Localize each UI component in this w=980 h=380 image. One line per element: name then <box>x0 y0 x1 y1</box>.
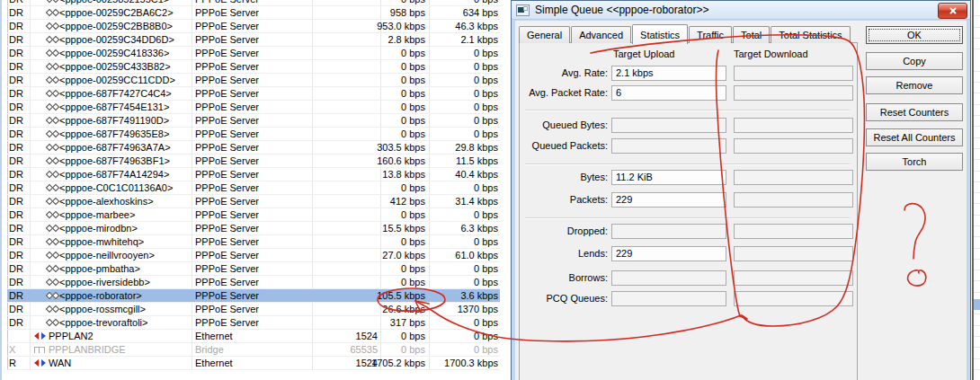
pppoe-icon <box>47 291 59 300</box>
interface-row[interactable]: DR<pppoe-alexhoskins>PPPoE Server412 bps… <box>7 195 500 208</box>
interface-type: PPPoE Server <box>195 60 298 73</box>
tx-rate-cell: 0 bps <box>356 47 425 59</box>
interface-row[interactable]: DR<pppoe-687F7454E131>PPPoE Server0 bps0… <box>7 101 500 114</box>
interface-row[interactable]: DR<pppoe-00259C433B82>PPPoE Server0 bps0… <box>7 60 500 74</box>
field-download-value[interactable] <box>734 291 853 306</box>
interface-row[interactable]: DR<pppoe-00259C2BA6C2>PPPoE Server958 bp… <box>7 6 500 20</box>
interface-row[interactable]: DR<pppoe-00259C2BB8B0>PPPoE Server953.0 … <box>7 20 500 33</box>
tx-rate-cell: 0 bps <box>356 74 425 86</box>
interface-row[interactable]: DR<pppoe-687F74A14294>PPPoE Server13.8 k… <box>7 168 500 181</box>
dialog-titlebar[interactable]: Simple Queue <<pppoe-roborator>> <box>512 1 970 20</box>
interface-type: PPPoE Server <box>195 208 298 221</box>
torch-button[interactable]: Torch <box>866 153 963 171</box>
dialog-title: Simple Queue <<pppoe-roborator>> <box>535 4 708 16</box>
interface-row[interactable]: DR<pppoe-687F7427C4C4>PPPoE Server0 bps0… <box>7 87 500 101</box>
tx-rate-cell: 1705.2 kbps <box>356 357 425 369</box>
interface-row[interactable]: PPPLAN2Ethernet15240 bps0 bps <box>7 330 500 343</box>
interface-row[interactable]: DR<pppoe-riversidebb>PPPoE Server0 bps0 … <box>7 276 500 289</box>
flag-cell: X <box>9 343 31 356</box>
field-upload-value[interactable] <box>611 291 726 306</box>
tab-total[interactable]: Total <box>733 26 770 43</box>
flag-cell: DR <box>9 60 31 73</box>
window-left-edge <box>0 0 2 380</box>
pppoe-icon <box>47 318 59 327</box>
reset-all-counters-button[interactable]: Reset All Counters <box>866 128 963 146</box>
field-upload-value[interactable]: 229 <box>611 246 726 261</box>
interface-row[interactable]: DR<pppoe-687F749635E8>PPPoE Server0 bps0… <box>7 128 500 141</box>
interface-type: PPPoE Server <box>195 222 298 234</box>
field-label: Avg. Rate: <box>520 67 608 79</box>
interface-row[interactable]: RWANEthernet15241705.2 kbps1700.3 kbps <box>7 357 500 370</box>
interface-type: PPPoE Server <box>195 262 298 275</box>
tx-rate-cell: 26.6 kbps <box>356 303 425 315</box>
interface-row[interactable]: DR<pppoe-00259C34DD6D>PPPoE Server2.8 kb… <box>7 33 500 47</box>
tx-rate-cell: 303.5 kbps <box>356 141 425 154</box>
field-download-value[interactable] <box>734 138 853 154</box>
interface-name: <pppoe-00259CC11CDD> <box>59 74 175 86</box>
interface-name: <pppoe-neillvrooyen> <box>59 249 155 261</box>
rx-rate-cell: 46.3 kbps <box>430 20 498 32</box>
tab-total-statistics[interactable]: Total Statistics <box>771 26 850 43</box>
field-download-value[interactable] <box>734 270 853 286</box>
ok-button[interactable]: OK <box>866 26 963 44</box>
interface-row[interactable]: DR<pppoe-00259C418336>PPPoE Server0 bps0… <box>7 47 500 60</box>
field-upload-value[interactable] <box>611 270 726 286</box>
copy-button[interactable]: Copy <box>866 52 963 70</box>
interface-row[interactable]: DR<pppoe-trevoraftoli>PPPoE Server317 bp… <box>7 316 500 330</box>
tab-advanced[interactable]: Advanced <box>571 26 631 43</box>
field-upload-value[interactable]: 2.1 kbps <box>611 66 726 81</box>
interface-row[interactable]: XPPPLANBRIDGEBridge655350 bps0 bps <box>7 343 500 357</box>
simple-queue-dialog: Simple Queue <<pppoe-roborator>> General… <box>511 0 971 380</box>
tx-rate-cell: 0 bps <box>356 87 425 100</box>
tab-statistics[interactable]: Statistics <box>632 24 688 44</box>
interface-type: Ethernet <box>195 357 298 369</box>
field-upload-value[interactable]: 229 <box>611 192 726 208</box>
interface-name: <pppoe-roborator> <box>59 289 142 302</box>
interface-row[interactable]: DR<pppoe-mwhitehq>PPPoE Server0 bps0 bps <box>7 235 500 249</box>
tab-traffic[interactable]: Traffic <box>689 26 732 43</box>
interface-row[interactable]: DR<pppoe-marbee>PPPoE Server0 bps0 bps <box>7 208 500 222</box>
field-download-value[interactable] <box>734 66 853 81</box>
interface-row[interactable]: DR<pppoe-neillvrooyen>PPPoE Server27.0 k… <box>7 249 500 262</box>
rx-rate-cell: 0 bps <box>430 343 498 356</box>
interface-type: PPPoE Server <box>195 87 298 100</box>
rx-rate-cell: 0 bps <box>430 181 498 194</box>
interface-row[interactable]: DR<pppoe-mirodbn>PPPoE Server15.5 kbps6.… <box>7 222 500 235</box>
background-window-edge <box>972 0 980 380</box>
pppoe-icon <box>47 264 59 273</box>
interface-row[interactable]: DR<pppoe-0025852155C1>PPPoE Server0 bps0… <box>7 0 500 6</box>
interface-row[interactable]: DR<pppoe-rossmcgill>PPPoE Server26.6 kbp… <box>7 303 500 316</box>
field-download-value[interactable] <box>734 170 853 185</box>
reset-counters-button[interactable]: Reset Counters <box>866 103 963 121</box>
field-upload-value[interactable] <box>611 118 726 133</box>
interface-row[interactable]: DR<pppoe-pmbatha>PPPoE Server0 bps0 bps <box>7 262 500 276</box>
field-upload-value[interactable] <box>611 138 726 154</box>
field-download-value[interactable] <box>734 85 853 101</box>
field-download-value[interactable] <box>734 192 853 208</box>
pppoe-icon <box>47 49 59 57</box>
remove-button[interactable]: Remove <box>866 76 963 94</box>
interface-row[interactable]: DR<pppoe-00259CC11CDD>PPPoE Server0 bps0… <box>7 74 500 87</box>
tab-general[interactable]: General <box>519 26 570 43</box>
interface-name: <pppoe-00259C2BA6C2> <box>59 6 174 19</box>
interface-row[interactable]: DR<pppoe-C0C1C01136A0>PPPoE Server0 bps0… <box>7 181 500 195</box>
interface-name: WAN <box>49 357 71 369</box>
field-upload-value[interactable]: 11.2 KiB <box>611 170 726 185</box>
interface-row[interactable]: DR<pppoe-roborator>PPPoE Server105.5 kbp… <box>7 289 500 303</box>
pppoe-icon <box>47 35 59 44</box>
interface-row[interactable]: DR<pppoe-687F74963BF1>PPPoE Server160.6 … <box>7 155 500 168</box>
field-upload-value[interactable]: 6 <box>611 85 726 101</box>
field-download-value[interactable] <box>734 224 853 239</box>
interface-row[interactable]: DR<pppoe-687F74963A7A>PPPoE Server303.5 … <box>7 141 500 155</box>
interface-name: <pppoe-687F74963BF1> <box>59 155 170 167</box>
rx-rate-cell: 0 bps <box>430 128 498 140</box>
tx-rate-cell: 105.5 kbps <box>356 289 425 302</box>
field-upload-value[interactable] <box>611 224 726 239</box>
field-download-value[interactable] <box>734 118 853 133</box>
interface-type: PPPoE Server <box>195 276 298 288</box>
interface-name: <pppoe-riversidebb> <box>59 276 150 288</box>
interface-row[interactable]: DR<pppoe-687F7491190D>PPPoE Server0 bps0… <box>7 114 500 128</box>
flag-cell: DR <box>9 168 31 181</box>
field-download-value[interactable] <box>734 246 853 261</box>
close-icon[interactable] <box>938 3 967 19</box>
